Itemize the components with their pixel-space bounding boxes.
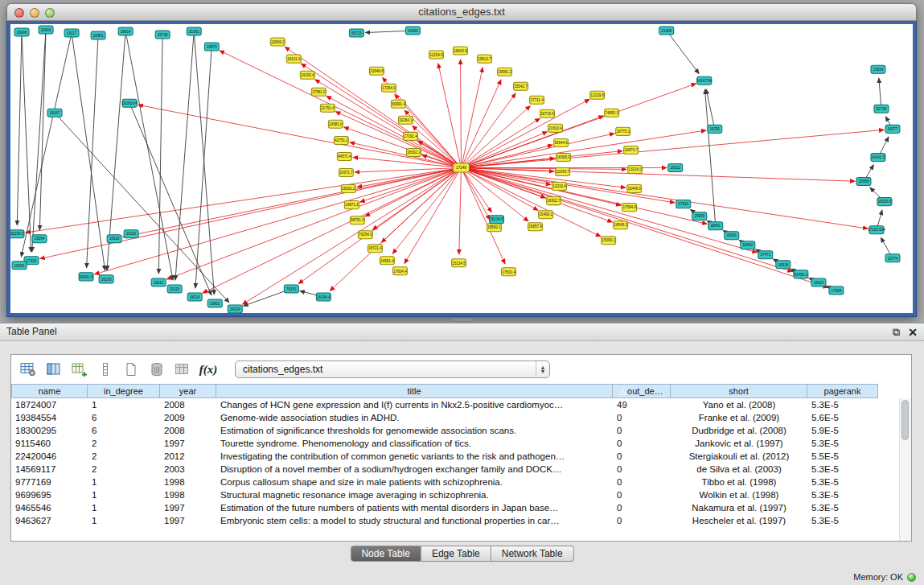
graph-node[interactable]: 18119 [107,235,121,243]
graph-node[interactable]: 15493.1 [539,211,553,219]
graph-node[interactable]: 18775.1 [616,127,630,135]
cell-pagerank[interactable]: 5.9E-5 [807,424,878,437]
graph-node[interactable]: 18301.2 [341,185,355,193]
graph-node[interactable]: 16591.4 [380,257,394,265]
cell-out_degree[interactable]: 0 [613,514,671,527]
graph-node[interactable]: 18721.4 [368,245,382,253]
graph-node[interactable]: 92734 [874,105,889,113]
graph-node[interactable]: 15542.7 [514,82,528,90]
cell-title[interactable]: Changes of HCN gene expression and I(f) … [216,398,613,411]
splitter-handle-icon[interactable] [452,318,473,322]
graph-node[interactable]: 16912.7 [547,197,561,205]
cell-short[interactable]: Wolkin et al. (1998) [671,488,807,501]
graph-node[interactable]: 17594.8 [622,204,637,212]
cell-title[interactable]: Embryonic stem cells: a model to study s… [216,514,613,527]
cell-name[interactable]: 9463627 [11,514,88,527]
cell-in_degree[interactable]: 2 [88,450,160,463]
graph-node[interactable]: 16025.6 [877,198,892,206]
cell-name[interactable]: 19384554 [11,411,88,424]
graph-node[interactable]: 15958 [856,178,871,186]
graph-node[interactable]: 30644.6 [554,138,569,146]
cell-name[interactable]: 9699695 [11,488,88,501]
graph-node[interactable]: 11254.9 [429,51,443,59]
cell-year[interactable]: 2008 [160,424,216,437]
graph-node[interactable]: 17264.0 [381,84,396,92]
table-row[interactable]: 969969511998Structural magnetic resonanc… [11,488,911,501]
graph-node[interactable]: 20064 [39,26,53,34]
import-table-icon[interactable] [172,360,193,379]
column-header-title[interactable]: title [216,384,613,398]
cell-out_degree[interactable]: 0 [613,437,671,450]
cell-year[interactable]: 2008 [160,398,216,411]
graph-node[interactable]: 16640.9 [453,47,467,55]
cell-name[interactable]: 9115460 [11,437,88,450]
cell-pagerank[interactable]: 5.3E-5 [807,398,878,411]
graph-node[interactable]: 18305.0 [556,153,571,161]
graph-node[interactable]: 18277 [885,125,900,133]
graph-node[interactable]: 18246 [14,28,29,36]
graph-node[interactable]: 12219.8 [590,91,605,99]
graph-node[interactable]: 16774 [885,254,900,262]
cell-pagerank[interactable]: 5.3E-5 [807,463,878,476]
graph-node[interactable]: 13210.4 [552,183,567,191]
graph-node[interactable]: 14141.5 [871,153,885,161]
table-selector-dropdown[interactable]: citations_edges.txt ▲▼ [235,360,550,378]
graph-node[interactable]: 17103.054 [868,226,885,234]
table-row[interactable]: 977716911998Corpus callosum shape and si… [11,476,911,488]
graph-node[interactable]: 18560.1 [487,224,502,232]
graph-node[interactable]: 20119 [167,285,182,293]
cell-title[interactable]: Tourette syndrome. Phenomenology and cla… [216,437,613,450]
graph-node[interactable]: 18941 [708,222,723,230]
cell-out_degree[interactable]: 0 [613,424,671,437]
graph-node[interactable]: 23981.0 [328,120,343,128]
cell-title[interactable]: Genome-wide association studies in ADHD. [216,411,613,424]
tab-network-table[interactable]: Network Table [491,546,574,562]
column-header-pagerank[interactable]: pagerank [807,384,878,398]
column-header-year[interactable]: year [160,384,216,398]
panel-splitter[interactable] [0,317,924,323]
cell-short[interactable]: Hescheler et al. (1997) [671,514,807,527]
table-scrollbar[interactable] [899,398,911,541]
cell-year[interactable]: 1997 [160,514,216,527]
graph-node[interactable]: 42751.2 [334,136,348,144]
cell-in_degree[interactable]: 2 [88,463,160,476]
column-header-name[interactable]: name [11,384,88,398]
table-row[interactable]: 1938455462009Genome-wide association stu… [11,411,911,424]
cell-short[interactable]: Yano et al. (2008) [671,398,807,411]
graph-node[interactable]: 19613.7 [478,55,492,63]
cell-short[interactable]: Stergiakouli et al. (2012) [671,450,807,463]
table-row[interactable]: 1456911722003Disruption of a novel membe… [11,463,911,476]
graph-node[interactable]: 92450.2 [794,270,808,278]
graph-node[interactable]: 19117 [64,29,79,37]
graph-node[interactable]: 67919 [676,200,691,208]
cell-in_degree[interactable]: 6 [88,411,160,424]
graph-node[interactable]: 32264.1 [398,116,413,124]
graph-node[interactable]: 17604.4 [392,267,407,275]
graph-node[interactable]: 18715.6 [540,109,555,117]
select-rows-icon[interactable] [95,360,116,379]
network-canvas[interactable]: 1724922806.218101.424200.417581.021751.4… [10,24,913,313]
tab-edge-table[interactable]: Edge Table [421,546,491,562]
cell-year[interactable]: 2012 [160,450,216,463]
cell-name[interactable]: 9777169 [11,476,88,488]
graph-node[interactable]: 19857.9 [528,223,543,231]
new-column-icon[interactable] [69,360,90,379]
graph-node[interactable]: 18302.2 [406,148,421,156]
graph-node[interactable]: 21751.4 [320,104,335,112]
graph-node[interactable]: 16918 [776,261,791,269]
cell-pagerank[interactable]: 5.3E-5 [807,501,878,514]
graph-node[interactable]: 16791 [708,125,722,133]
graph-node[interactable]: 16194.4 [316,293,331,301]
graph-node[interactable]: 24209 [228,305,242,313]
cell-year[interactable]: 1998 [160,488,216,501]
graph-node[interactable]: 44571.4 [337,152,351,160]
table-mode-icon[interactable] [18,360,39,379]
graph-node[interactable]: 13216.0 [628,165,643,173]
graph-node[interactable]: 20481 [91,31,105,39]
cell-in_degree[interactable]: 1 [88,476,160,488]
cell-out_degree[interactable]: 0 [613,488,671,501]
graph-node[interactable]: 17249 [453,163,469,172]
graph-node[interactable]: 17501.4 [502,268,516,276]
graph-node[interactable]: 15134.5 [490,216,504,224]
graph-node[interactable]: 15914 [871,65,885,73]
